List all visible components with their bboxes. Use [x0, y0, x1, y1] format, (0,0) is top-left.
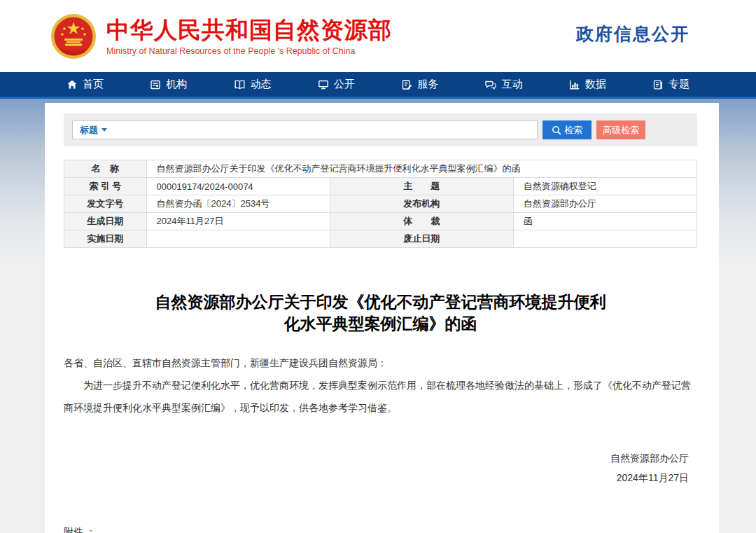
brand-block: 中华人民共和国自然资源部 Ministry of Natural Resourc…: [106, 16, 392, 56]
meta-value-subject: 自然资源确权登记: [513, 178, 696, 195]
search-band: 标题 检索 高级检索: [64, 113, 697, 146]
nav-item-disclosure[interactable]: 公开: [318, 78, 355, 91]
table-row: 索 引 号 000019174/2024-00074 主 题 自然资源确权登记: [64, 178, 697, 195]
disclosure-icon: [318, 79, 329, 90]
nav-item-label: 首页: [83, 78, 104, 91]
chevron-down-icon: [102, 128, 107, 132]
attachment-section: 附件 ： 优化不动产登记营商环境提升便利化水平典型案例汇编.doc: [64, 522, 697, 533]
document-title: 自然资源部办公厅关于印发《优化不动产登记营商环境提升便利化水平典型案例汇编》的函: [150, 291, 612, 335]
site-header: 中华人民共和国自然资源部 Ministry of Natural Resourc…: [0, 0, 756, 72]
news-icon: [234, 79, 246, 90]
meta-label-created: 生成日期: [64, 213, 147, 230]
nav-item-topics[interactable]: 专题: [652, 78, 690, 91]
meta-label-abolish: 废止日期: [330, 230, 513, 248]
nav-item-home[interactable]: 首页: [66, 78, 104, 91]
advanced-search-label: 高级检索: [603, 124, 639, 137]
site-title: 中华人民共和国自然资源部: [106, 16, 392, 44]
meta-value-genre: 函: [513, 213, 696, 230]
table-row: 生成日期 2024年11月27日 体 裁 函: [64, 213, 697, 230]
search-button-label: 检索: [564, 124, 582, 137]
signature-org: 自然资源部办公厅: [64, 448, 689, 468]
meta-label-name: 名 称: [64, 160, 147, 178]
national-emblem-logo: [50, 13, 97, 60]
nav-item-label: 公开: [334, 78, 355, 91]
search-field-label: 标题: [80, 124, 98, 137]
meta-value-abolish: [513, 230, 696, 248]
meta-value-index: 000019174/2024-00074: [146, 178, 330, 195]
document-salutation: 各省、自治区、直辖市自然资源主管部门，新疆生产建设兵团自然资源局：: [64, 352, 697, 374]
document-paragraph: 为进一步提升不动产登记便利化水平，优化营商环境，发挥典型案例示范作用，部在梳理各…: [64, 374, 697, 419]
nav-item-org[interactable]: 机构: [150, 78, 187, 91]
attachment-label: 附件 ：: [64, 522, 697, 533]
search-box: 标题: [72, 120, 538, 139]
meta-value-created: 2024年11月27日: [146, 213, 330, 230]
table-row: 名 称 自然资源部办公厅关于印发《优化不动产登记营商环境提升便利化水平典型案例汇…: [64, 160, 697, 178]
service-icon: [401, 79, 412, 90]
org-icon: [150, 79, 161, 90]
search-input[interactable]: [107, 121, 537, 139]
nav-item-data[interactable]: 数据: [569, 78, 606, 91]
document-body: 各省、自治区、直辖市自然资源主管部门，新疆生产建设兵团自然资源局： 为进一步提升…: [64, 352, 697, 419]
signature-date: 2024年11月27日: [64, 468, 689, 487]
advanced-search-button[interactable]: 高级检索: [596, 120, 645, 139]
meta-value-impl: [146, 230, 330, 248]
main-nav: 首页 机构 动态 公开 服务 互动 数据 专题: [0, 72, 756, 99]
content-card: 标题 检索 高级检索 名 称 自然资源部办公厅关于印发《优化不动产登记营商环境提…: [45, 103, 719, 533]
nav-item-label: 动态: [251, 78, 272, 91]
data-icon: [569, 79, 580, 90]
nav-item-label: 互动: [501, 78, 522, 91]
page-background: 标题 检索 高级检索 名 称 自然资源部办公厅关于印发《优化不动产登记营商环境提…: [0, 99, 756, 533]
home-icon: [66, 79, 78, 90]
search-button[interactable]: 检索: [542, 120, 592, 139]
meta-label-impl: 实施日期: [64, 230, 147, 248]
document-meta-table: 名 称 自然资源部办公厅关于印发《优化不动产登记营商环境提升便利化水平典型案例汇…: [64, 160, 697, 248]
nav-item-service[interactable]: 服务: [401, 78, 438, 91]
page-section-title: 政府信息公开: [576, 22, 690, 46]
nav-item-label: 服务: [417, 78, 438, 91]
signature-block: 自然资源部办公厅 2024年11月27日: [64, 448, 697, 487]
interact-icon: [484, 79, 496, 90]
nav-item-news[interactable]: 动态: [234, 78, 272, 91]
meta-label-org: 发布机构: [330, 195, 513, 213]
meta-label-subject: 主 题: [330, 178, 513, 195]
nav-item-interact[interactable]: 互动: [484, 78, 522, 91]
meta-value-docno: 自然资办函〔2024〕2534号: [146, 195, 330, 213]
table-row: 实施日期 废止日期: [64, 230, 697, 248]
meta-label-genre: 体 裁: [330, 213, 513, 230]
table-row: 发文字号 自然资办函〔2024〕2534号 发布机构 自然资源部办公厅: [64, 195, 697, 213]
search-icon: [552, 125, 561, 135]
meta-label-docno: 发文字号: [64, 195, 147, 213]
nav-item-label: 机构: [166, 78, 187, 91]
topics-icon: [652, 79, 664, 90]
search-field-selector[interactable]: 标题: [80, 124, 107, 137]
meta-value-name: 自然资源部办公厅关于印发《优化不动产登记营商环境提升便利化水平典型案例汇编》的函: [146, 160, 696, 178]
site-subtitle: Ministry of Natural Resources of the Peo…: [106, 46, 392, 56]
meta-value-org: 自然资源部办公厅: [513, 195, 696, 213]
nav-item-label: 数据: [585, 78, 606, 91]
nav-item-label: 专题: [668, 78, 690, 91]
meta-label-index: 索 引 号: [64, 178, 147, 195]
